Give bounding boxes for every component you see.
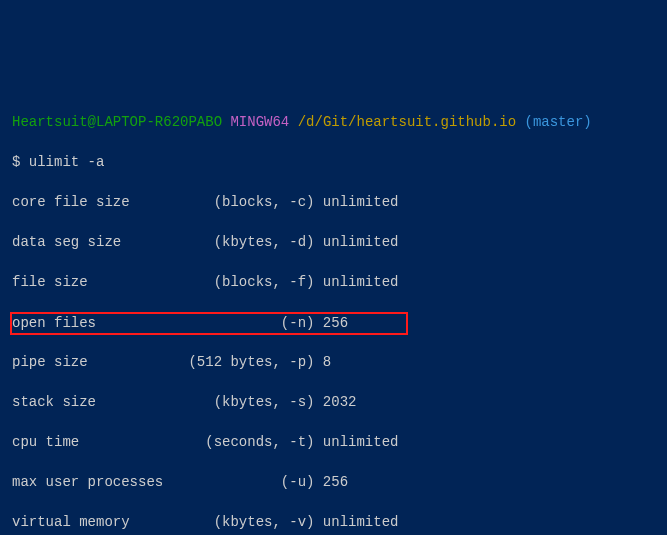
- out-uproc: max user processes (-u) 256: [12, 472, 655, 492]
- highlight-open-files-before: open files (-n) 256: [10, 312, 408, 335]
- branch: (master): [525, 114, 592, 130]
- path: /d/Git/heartsuit.github.io: [298, 114, 516, 130]
- out-data: data seg size (kbytes, -d) unlimited: [12, 232, 655, 252]
- terminal-output: Heartsuit@LAPTOP-R620PABO MINGW64 /d/Git…: [12, 92, 655, 535]
- env: MINGW64: [230, 114, 289, 130]
- user-host: Heartsuit@LAPTOP-R620PABO: [12, 114, 222, 130]
- out-core: core file size (blocks, -c) unlimited: [12, 192, 655, 212]
- out-vmem: virtual memory (kbytes, -v) unlimited: [12, 512, 655, 532]
- out-cpu: cpu time (seconds, -t) unlimited: [12, 432, 655, 452]
- out-pipe: pipe size (512 bytes, -p) 8: [12, 352, 655, 372]
- prompt-line: Heartsuit@LAPTOP-R620PABO MINGW64 /d/Git…: [12, 112, 655, 132]
- out-stack: stack size (kbytes, -s) 2032: [12, 392, 655, 412]
- out-file: file size (blocks, -f) unlimited: [12, 272, 655, 292]
- command: $ ulimit -a: [12, 152, 655, 172]
